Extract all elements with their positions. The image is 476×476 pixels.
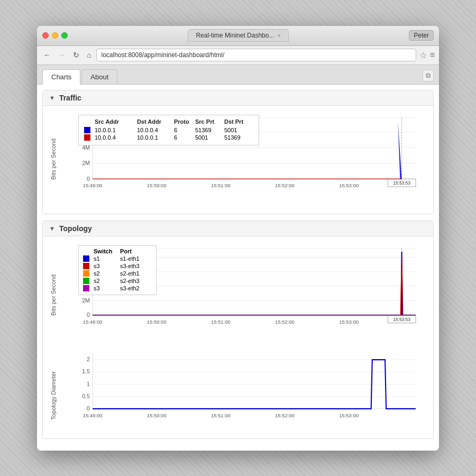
topology-legend: SwitchPort s1s1-eth1 s3s3-eth3 s2s2-eth1 [78, 245, 157, 295]
traffic-legend: Src Addr Dst Addr Proto Src Prt Dst Prt … [78, 115, 259, 145]
traffic-toggle[interactable]: ▼ [49, 95, 55, 101]
svg-text:1: 1 [87, 380, 90, 387]
address-icons: ☆ ≡ [419, 50, 435, 60]
svg-text:15:53:00: 15:53:00 [339, 182, 359, 188]
topology-toggle[interactable]: ▼ [49, 225, 55, 232]
topology-diam-svg: 0 0.5 1 1.5 2 15:49:00 15:50:00 15:51:00… [70, 347, 427, 428]
content-area: ▼ Traffic Bits per Second Src Addr Dst A… [37, 85, 439, 451]
browser-tab[interactable]: Real-time Mininet Dashbo... × [188, 29, 289, 42]
svg-text:15:52:00: 15:52:00 [275, 182, 295, 188]
tab-bar: Real-time Mininet Dashbo... × [68, 29, 409, 42]
traffic-title: Traffic [59, 94, 81, 102]
topology-bps-container: Bits per Second SwitchPort s1s1-eth1 s3s… [49, 243, 427, 343]
svg-text:1.5: 1.5 [82, 368, 90, 374]
address-bar: ← → ↻ ⌂ ☆ ≡ [37, 46, 439, 65]
topology-title: Topology [59, 224, 92, 233]
user-badge: Peter [409, 30, 434, 41]
title-bar: Real-time Mininet Dashbo... × Peter [37, 26, 439, 46]
topology-diam-y-label: Topology Diameter [50, 371, 57, 420]
topo-row-4: s2s2-eth3 [83, 278, 152, 284]
svg-text:0: 0 [87, 312, 90, 318]
menu-icon[interactable]: ≡ [430, 50, 435, 60]
svg-text:15:52:00: 15:52:00 [275, 318, 295, 324]
traffic-legend-header: Src Addr Dst Addr Proto Src Prt Dst Prt [84, 118, 253, 125]
svg-text:0.5: 0.5 [82, 392, 90, 399]
traffic-legend-row-2: 10.0.0.4 10.0.0.1 6 5001 51369 [84, 134, 253, 141]
address-input[interactable] [96, 49, 416, 61]
svg-text:15:49:00: 15:49:00 [83, 182, 103, 188]
home-button[interactable]: ⌂ [85, 50, 93, 60]
svg-text:15:50:00: 15:50:00 [147, 318, 167, 324]
traffic-lights [42, 32, 68, 39]
legend-color-2 [84, 134, 90, 141]
svg-text:15:50:00: 15:50:00 [147, 182, 167, 188]
back-button[interactable]: ← [41, 50, 53, 60]
topology-diameter-container: Topology Diameter 0 0.5 1 [49, 347, 427, 432]
traffic-chart-container: Bits per Second Src Addr Dst Addr Proto … [49, 112, 427, 207]
svg-text:15:51:00: 15:51:00 [211, 318, 231, 324]
topology-bps-y-label: Bits per Second [50, 274, 57, 316]
bookmark-icon[interactable]: ☆ [419, 50, 427, 60]
close-button[interactable] [42, 32, 49, 39]
tab-title: Real-time Mininet Dashbo... [196, 32, 274, 39]
svg-text:15:49:00: 15:49:00 [83, 412, 103, 418]
topology-section: ▼ Topology Bits per Second SwitchPort [42, 221, 434, 439]
page-content: Charts About ⧉ ▼ Traffic Bits per Second [37, 65, 439, 451]
tab-about[interactable]: About [81, 69, 117, 84]
topo-row-5: s3s3-eth2 [83, 285, 152, 291]
svg-text:15:53:00: 15:53:00 [339, 412, 359, 418]
topo-row-1: s1s1-eth1 [83, 255, 152, 262]
refresh-button[interactable]: ↻ [71, 50, 81, 60]
traffic-spike-blue [398, 120, 401, 179]
tab-navigation: Charts About ⧉ [37, 65, 439, 85]
svg-text:0: 0 [87, 405, 90, 411]
svg-text:0: 0 [87, 175, 90, 181]
traffic-section: ▼ Traffic Bits per Second Src Addr Dst A… [42, 90, 434, 214]
traffic-legend-row-1: 10.0.0.1 10.0.0.4 6 51369 5001 [84, 127, 253, 133]
svg-text:15:50:00: 15:50:00 [147, 412, 167, 418]
svg-text:15:52:00: 15:52:00 [275, 412, 295, 418]
legend-color-1 [84, 127, 90, 133]
topo-legend-header: SwitchPort [83, 248, 152, 254]
tab-charts[interactable]: Charts [42, 69, 80, 85]
topology-chart-area: Bits per Second SwitchPort s1s1-eth1 s3s… [43, 236, 433, 438]
svg-text:15:49:00: 15:49:00 [83, 318, 103, 324]
tab-close-button[interactable]: × [277, 32, 280, 39]
svg-text:15:53:00: 15:53:00 [339, 318, 359, 324]
svg-text:2M: 2M [82, 297, 90, 303]
svg-text:15:51:00: 15:51:00 [211, 182, 231, 188]
svg-text:2: 2 [87, 356, 90, 362]
topo-row-2: s3s3-eth3 [83, 263, 152, 269]
svg-text:15:53:53: 15:53:53 [393, 180, 410, 185]
svg-text:2M: 2M [82, 160, 90, 166]
forward-button[interactable]: → [56, 50, 68, 60]
topology-section-header: ▼ Topology [43, 221, 433, 236]
svg-text:15:53:53: 15:53:53 [393, 317, 410, 322]
minimize-button[interactable] [52, 32, 58, 39]
svg-text:15:51:00: 15:51:00 [211, 412, 231, 418]
maximize-button[interactable] [61, 32, 68, 39]
topo-row-3: s2s2-eth1 [83, 270, 152, 277]
traffic-chart-area: Bits per Second Src Addr Dst Addr Proto … [43, 106, 433, 214]
browser-window: Real-time Mininet Dashbo... × Peter ← → … [37, 26, 439, 451]
traffic-y-label: Bits per Second [50, 139, 57, 180]
tab-expand-button[interactable]: ⧉ [423, 70, 434, 81]
traffic-section-header: ▼ Traffic [43, 90, 433, 106]
